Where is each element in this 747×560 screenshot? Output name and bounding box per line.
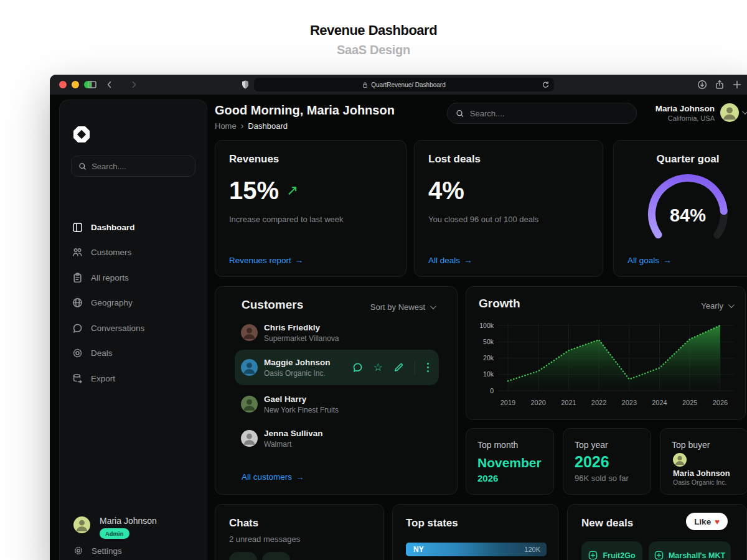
avatar	[241, 359, 258, 376]
new-tab-icon[interactable]	[732, 80, 742, 90]
breadcrumb: Home › Dashboard	[215, 121, 288, 131]
like-button[interactable]: Like ♥	[686, 513, 728, 530]
revenues-value: 15% ↗	[229, 177, 298, 205]
lost-deals-value: 4%	[428, 177, 464, 205]
customers-card: Customers Sort by Newest Chris Friedkly …	[215, 286, 458, 495]
shield-icon[interactable]	[240, 80, 250, 90]
admin-badge: Admin	[100, 528, 129, 539]
minimize-window-button[interactable]	[72, 81, 79, 88]
quarter-goal-card: Quarter goal 84% All goals→	[613, 140, 747, 277]
all-customers-link[interactable]: All customers→	[242, 472, 304, 482]
header-search[interactable]	[447, 103, 637, 124]
forward-icon[interactable]	[129, 80, 139, 90]
avatar	[673, 453, 687, 467]
state-bar-ny: NY 120K	[406, 543, 547, 556]
sidebar-user[interactable]: Maria Johnson Admin	[73, 515, 195, 548]
search-icon	[456, 109, 464, 118]
svg-text:2025: 2025	[682, 399, 697, 406]
chevron-down-icon[interactable]	[742, 108, 747, 114]
sidebar: Dashboard Customers All reports Geograph…	[59, 100, 207, 560]
top-year-card: Top year 2026 96K sold so far	[563, 428, 651, 495]
sidebar-search[interactable]	[71, 156, 195, 177]
top-buyer-card: Top buyer Maria Johnson Oasis Organic In…	[660, 428, 747, 495]
card-title: Chats	[229, 517, 258, 530]
arrow-right-icon: →	[296, 472, 304, 482]
sidebar-toggle-icon[interactable]	[87, 80, 97, 90]
lost-deals-description: You closed 96 out of 100 deals	[428, 215, 538, 224]
add-deal-marshalls-button[interactable]: Marshall's MKT	[649, 541, 731, 560]
plus-circle-icon	[654, 551, 664, 560]
sidebar-item-conversations[interactable]: Conversations	[72, 320, 198, 335]
dashboard-app: Dashboard Customers All reports Geograph…	[50, 95, 747, 560]
svg-text:2019: 2019	[500, 399, 515, 406]
downloads-icon[interactable]	[697, 80, 707, 90]
plus-circle-icon	[588, 551, 598, 560]
favorite-star-icon[interactable]: ☆	[374, 362, 383, 373]
nav-label: All reports	[91, 273, 129, 282]
header-user-info: Maria Johnson California, USA	[622, 104, 715, 122]
sidebar-item-customers[interactable]: Customers	[72, 245, 198, 260]
revenues-report-link[interactable]: Revenues report→	[229, 256, 303, 265]
edit-pencil-icon[interactable]	[393, 362, 404, 373]
breadcrumb-current: Dashboard	[248, 121, 288, 131]
gear-icon	[73, 546, 83, 556]
back-icon[interactable]	[105, 80, 115, 90]
close-window-button[interactable]	[59, 81, 67, 88]
sidebar-item-all-reports[interactable]: All reports	[72, 270, 198, 285]
search-icon	[78, 162, 87, 171]
top-month-card: Top month November 2026	[466, 428, 554, 495]
sidebar-search-input[interactable]	[92, 162, 188, 171]
customer-row-selected[interactable]: Maggie Johnson Oasis Organic Inc. ☆	[235, 350, 439, 385]
customer-row[interactable]: Gael Harry New York Finest Fruits	[235, 386, 439, 422]
lost-deals-card: Lost deals 4% You closed 96 out of 100 d…	[414, 140, 603, 277]
customer-row[interactable]: Jenna Sullivan Walmart	[235, 421, 439, 456]
svg-text:2026: 2026	[713, 399, 728, 406]
breadcrumb-home[interactable]: Home	[215, 121, 237, 131]
chat-icon[interactable]	[352, 362, 363, 373]
customer-company: New York Finest Fruits	[264, 406, 339, 414]
card-title: Growth	[479, 297, 520, 310]
geography-icon	[72, 297, 83, 308]
nav-label: Dashboard	[91, 223, 135, 232]
deals-icon	[72, 348, 83, 358]
card-title: Top month	[477, 440, 518, 450]
add-deal-fruit2go-button[interactable]: Fruit2Go	[581, 541, 642, 560]
all-deals-link[interactable]: All deals→	[428, 256, 472, 265]
share-icon[interactable]	[715, 80, 725, 90]
sidebar-item-dashboard[interactable]: Dashboard	[72, 220, 198, 235]
chat-thread-thumbnail[interactable]	[262, 552, 290, 560]
url-bar[interactable]: QuartRevenue/ Dashboard	[254, 78, 554, 91]
svg-text:2023: 2023	[622, 399, 637, 406]
customer-company: Supermarket Villanova	[264, 334, 339, 343]
state-value: 120K	[524, 546, 540, 553]
sidebar-item-geography[interactable]: Geography	[72, 296, 198, 310]
all-goals-link[interactable]: All goals→	[627, 256, 672, 265]
avatar	[241, 430, 258, 447]
state-label: NY	[413, 545, 424, 554]
card-title: Top states	[406, 517, 458, 530]
refresh-icon[interactable]	[542, 80, 550, 91]
avatar	[241, 324, 258, 341]
header-search-input[interactable]	[470, 109, 628, 118]
customer-row[interactable]: Chris Friedkly Supermarket Villanova	[235, 315, 439, 350]
card-title: Revenues	[229, 153, 279, 166]
customer-name: Chris Friedkly	[264, 323, 320, 332]
sort-dropdown[interactable]: Sort by Newest	[370, 302, 435, 312]
more-options-icon[interactable]	[426, 362, 430, 373]
svg-text:20k: 20k	[483, 354, 494, 362]
sidebar-nav: Dashboard Customers All reports Geograph…	[72, 220, 198, 396]
arrow-right-icon: →	[464, 256, 472, 265]
arrow-right-icon: →	[663, 256, 672, 265]
sidebar-item-export[interactable]: Export	[72, 371, 198, 386]
sidebar-item-settings[interactable]: Settings	[73, 546, 122, 556]
card-title: Quarter goal	[614, 153, 747, 166]
avatar[interactable]	[720, 103, 739, 122]
chat-thread-thumbnail[interactable]	[229, 552, 257, 560]
arrow-right-icon: →	[295, 256, 304, 265]
top-states-card: Top states NY 120K	[392, 504, 558, 560]
avatar	[73, 516, 90, 533]
chevron-down-icon	[430, 303, 436, 309]
export-icon	[72, 373, 83, 384]
period-dropdown[interactable]: Yearly	[701, 301, 733, 310]
sidebar-item-deals[interactable]: Deals	[72, 346, 198, 361]
